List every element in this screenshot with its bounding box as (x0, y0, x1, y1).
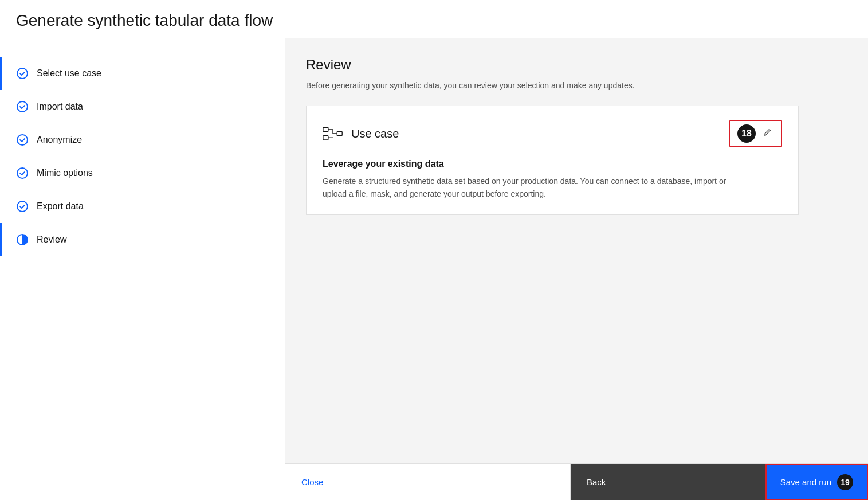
sidebar-item-export-data[interactable]: Export data (0, 190, 285, 223)
use-case-badge: 18 (737, 124, 756, 143)
check-circle-icon-import-data (16, 100, 29, 113)
sidebar-item-import-data[interactable]: Import data (0, 90, 285, 123)
page-header: Generate synthetic tabular data flow (0, 0, 868, 38)
footer: Close Back Save and run 19 (285, 463, 868, 500)
sidebar-item-anonymize[interactable]: Anonymize (0, 123, 285, 157)
content-inner: Review Before generating your synthetic … (285, 38, 868, 463)
save-and-run-button[interactable]: Save and run 19 (765, 464, 868, 500)
sidebar-item-mimic-options[interactable]: Mimic options (0, 157, 285, 190)
back-button[interactable]: Back (571, 464, 622, 500)
svg-rect-1 (323, 127, 328, 131)
sidebar-label-anonymize: Anonymize (37, 135, 82, 145)
review-description: Before generating your synthetic data, y… (306, 80, 776, 92)
page-title: Generate synthetic tabular data flow (16, 11, 852, 30)
check-circle-icon-anonymize (16, 134, 29, 146)
use-case-title-group: Use case (323, 126, 399, 142)
review-title: Review (306, 57, 847, 73)
sidebar-item-review[interactable]: Review (0, 223, 285, 256)
footer-actions: Back Save and run 19 (571, 464, 868, 500)
save-run-badge: 19 (837, 474, 853, 490)
save-run-label: Save and run (780, 477, 831, 487)
content-area: Review Before generating your synthetic … (285, 38, 868, 500)
use-case-card-header: Use case 18 (323, 120, 782, 147)
sidebar-label-import-data: Import data (37, 101, 83, 112)
sidebar-item-select-use-case[interactable]: Select use case (0, 57, 285, 90)
half-circle-icon-review (16, 233, 29, 246)
footer-close-section: Close (285, 464, 571, 500)
use-case-card: Use case 18 Leverage your existing data … (306, 106, 799, 215)
main-layout: Select use case Import data Anon (0, 38, 868, 500)
check-circle-icon-export-data (16, 200, 29, 213)
use-case-card-title: Use case (351, 127, 399, 140)
sidebar-label-export-data: Export data (37, 201, 84, 212)
svg-rect-2 (323, 136, 328, 140)
svg-rect-3 (337, 131, 342, 135)
check-circle-icon-mimic-options (16, 167, 29, 179)
sidebar-label-select-use-case: Select use case (37, 68, 101, 79)
sidebar-label-review: Review (37, 235, 66, 245)
sidebar-label-mimic-options: Mimic options (37, 168, 93, 178)
card-actions: 18 (729, 120, 782, 147)
use-case-name: Leverage your existing data (323, 159, 782, 169)
use-case-flow-icon (323, 126, 343, 142)
use-case-description: Generate a structured synthetic data set… (323, 175, 735, 201)
check-circle-icon-select-use-case (16, 67, 29, 80)
close-button[interactable]: Close (301, 477, 323, 487)
edit-icon[interactable] (760, 126, 774, 142)
sidebar: Select use case Import data Anon (0, 38, 285, 500)
